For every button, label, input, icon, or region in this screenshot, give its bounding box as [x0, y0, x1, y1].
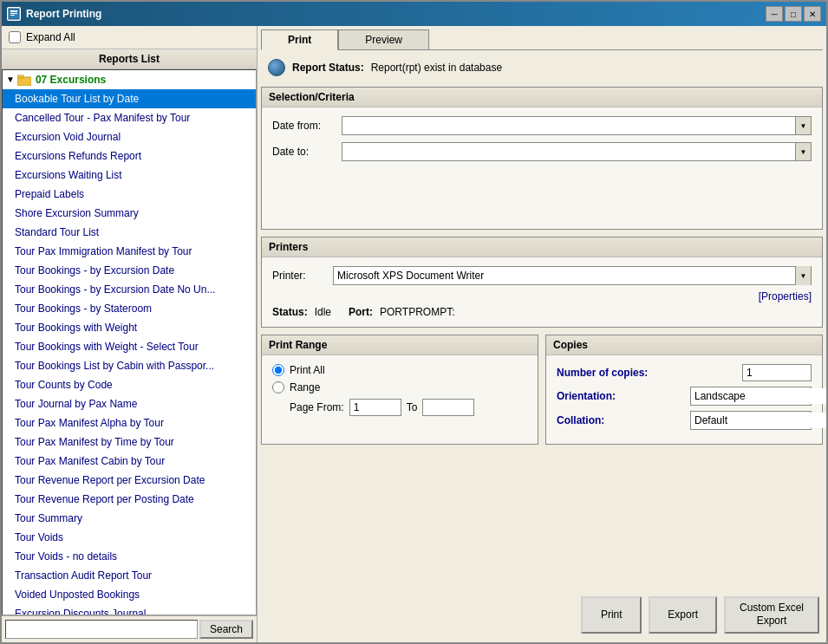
tree-item-24[interactable]: Tour Voids - no details: [3, 547, 256, 566]
tree-item-12[interactable]: Tour Bookings with Weight: [3, 318, 256, 337]
collation-combo[interactable]: ▼: [690, 411, 812, 430]
status-label: Status:: [272, 306, 308, 318]
close-button[interactable]: ✕: [804, 6, 821, 22]
expand-all-checkbox[interactable]: [9, 31, 21, 43]
collation-input[interactable]: [691, 413, 826, 428]
tree-item-17[interactable]: Tour Pax Manifest Alpha by Tour: [3, 413, 256, 433]
search-input[interactable]: [5, 620, 198, 639]
svg-rect-3: [10, 15, 15, 16]
tree-item-23[interactable]: Tour Voids: [3, 528, 256, 547]
tree-item-20[interactable]: Tour Revenue Report per Excursion Date: [3, 471, 256, 490]
right-panel: Print Preview Report Status: Report(rpt)…: [258, 26, 826, 642]
tree-item-14[interactable]: Tour Bookings List by Cabin with Passpor…: [3, 356, 256, 375]
page-to-input[interactable]: [422, 399, 474, 416]
tree-item-6[interactable]: Shore Excursion Summary: [3, 204, 256, 223]
printer-combo[interactable]: ▼: [333, 266, 812, 285]
tree-item-11[interactable]: Tour Bookings - by Stateroom: [3, 299, 256, 318]
status-port-row: Status: Idle Port: PORTPROMPT:: [272, 306, 812, 318]
minimize-button[interactable]: ─: [766, 6, 783, 22]
copies-section: Copies Number of copies: Orientation:: [545, 335, 823, 445]
search-area: Search: [2, 615, 257, 642]
selection-criteria-title: Selection/Criteria: [262, 88, 822, 107]
printers-content: Printer: ▼ [Properties] Status: Idle: [262, 257, 822, 327]
report-status-bar: Report Status: Report(rpt) exist in data…: [261, 55, 823, 80]
tree-item-15[interactable]: Tour Counts by Code: [3, 375, 256, 394]
printers-title: Printers: [262, 237, 822, 257]
orientation-row: Orientation: ▼: [557, 387, 812, 406]
range-radio[interactable]: [272, 381, 284, 394]
tree-item-8[interactable]: Tour Pax Immigration Manifest by Tour: [3, 242, 256, 261]
tabs-row: Print Preview: [261, 29, 823, 50]
tree-item-16[interactable]: Tour Journal by Pax Name: [3, 394, 256, 413]
tree-item-7[interactable]: Standard Tour List: [3, 223, 256, 242]
date-to-arrow[interactable]: ▼: [795, 143, 811, 160]
tree-item-1[interactable]: Cancelled Tour - Pax Manifest by Tour: [3, 108, 256, 127]
num-copies-label: Number of copies:: [557, 367, 735, 379]
date-from-input[interactable]: [342, 117, 795, 134]
tree-item-0[interactable]: Bookable Tour List by Date: [3, 89, 256, 108]
tab-preview[interactable]: Preview: [338, 29, 429, 50]
print-range-content: Print All Range Page From: To: [262, 355, 538, 425]
status-value: Idle: [315, 306, 331, 318]
orientation-combo[interactable]: ▼: [690, 387, 812, 406]
tree-item-19[interactable]: Tour Pax Manifest Cabin by Tour: [3, 452, 256, 471]
tree-item-2[interactable]: Excursion Void Journal: [3, 127, 256, 146]
page-from-input[interactable]: [349, 399, 401, 416]
tree-item-25[interactable]: Transaction Audit Report Tour: [3, 566, 256, 585]
custom-excel-button[interactable]: Custom Excel Export: [724, 596, 819, 634]
window-title: Report Printing: [26, 8, 766, 20]
tree-item-5[interactable]: Prepaid Labels: [3, 185, 256, 204]
properties-link[interactable]: [Properties]: [759, 289, 812, 304]
date-from-row: Date from: ▼: [272, 116, 812, 135]
port-value: PORTPROMPT:: [380, 306, 454, 318]
tree-item-22[interactable]: Tour Summary: [3, 509, 256, 528]
bottom-sections: Print Range Print All Range Page From:: [261, 335, 823, 445]
printer-arrow[interactable]: ▼: [795, 266, 811, 285]
tree-area[interactable]: ▼ 07 Excursions Bookable Tour List by Da…: [2, 69, 257, 615]
criteria-spacer: [272, 168, 812, 220]
printer-input[interactable]: [334, 268, 795, 283]
range-radio-row: Range: [272, 381, 527, 394]
copies-content: Number of copies: Orientation: ▼: [546, 355, 822, 444]
num-copies-input[interactable]: [742, 364, 812, 381]
export-button[interactable]: Export: [649, 596, 717, 634]
title-bar: Report Printing ─ □ ✕: [2, 2, 826, 26]
tree-item-4[interactable]: Excursions Waiting List: [3, 166, 256, 185]
expand-all-row: Expand All: [2, 26, 257, 49]
maximize-button[interactable]: □: [785, 6, 802, 22]
print-range-title: Print Range: [262, 335, 538, 355]
port-label: Port:: [349, 306, 373, 318]
date-from-arrow[interactable]: ▼: [795, 117, 811, 134]
page-from-label: Page From:: [290, 401, 344, 413]
svg-rect-1: [10, 10, 17, 12]
tree-item-27[interactable]: Excursion Discounts Journal: [3, 604, 256, 615]
date-to-combo[interactable]: ▼: [342, 142, 812, 161]
tree-item-26[interactable]: Voided Unposted Bookings: [3, 585, 256, 604]
print-range-section: Print Range Print All Range Page From:: [261, 335, 538, 445]
search-button[interactable]: Search: [199, 620, 253, 639]
tree-item-13[interactable]: Tour Bookings with Weight - Select Tour: [3, 337, 256, 356]
tree-item-18[interactable]: Tour Pax Manifest by Time by Tour: [3, 433, 256, 452]
tree-item-21[interactable]: Tour Revenue Report per Posting Date: [3, 490, 256, 509]
tab-print[interactable]: Print: [261, 29, 338, 50]
date-from-combo[interactable]: ▼: [342, 116, 812, 135]
tree-category-07[interactable]: ▼ 07 Excursions: [3, 70, 256, 89]
report-status-label: Report Status:: [292, 62, 364, 74]
date-to-input[interactable]: [342, 143, 795, 160]
print-button[interactable]: Print: [581, 596, 642, 634]
tree-item-3[interactable]: Excursions Refunds Report: [3, 146, 256, 166]
svg-rect-5: [17, 75, 23, 78]
tree-item-10[interactable]: Tour Bookings - by Excursion Date No Un.…: [3, 280, 256, 299]
date-from-label: Date from:: [272, 120, 342, 132]
printers-section: Printers Printer: ▼ [Properties]: [261, 237, 823, 328]
orientation-label: Orientation:: [557, 390, 616, 402]
port-item: Port: PORTPROMPT:: [349, 306, 454, 318]
category-label: 07 Excursions: [36, 72, 106, 88]
report-status-value: Report(rpt) exist in database: [371, 62, 502, 74]
tree-item-9[interactable]: Tour Bookings - by Excursion Date: [3, 261, 256, 280]
collation-label: Collation:: [557, 414, 604, 426]
orientation-input[interactable]: [691, 388, 826, 404]
range-label: Range: [290, 381, 320, 394]
print-all-radio[interactable]: [272, 364, 284, 376]
date-to-label: Date to:: [272, 146, 342, 158]
